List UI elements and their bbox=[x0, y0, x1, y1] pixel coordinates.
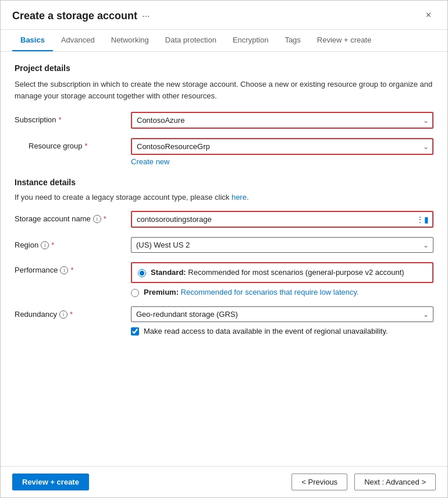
dialog-more-options[interactable]: ··· bbox=[142, 11, 150, 22]
performance-control: Standard: Recommended for most scenarios… bbox=[131, 262, 433, 297]
redundancy-label: Redundancy i * bbox=[15, 306, 131, 319]
review-create-button[interactable]: Review + create bbox=[12, 474, 89, 490]
performance-standard-option: Standard: Recommended for most scenarios… bbox=[138, 268, 426, 277]
dialog-content: Project details Select the subscription … bbox=[1, 52, 447, 466]
region-row: Region i * (US) West US 2 ⌄ bbox=[15, 237, 433, 253]
redundancy-dropdown[interactable]: Geo-redundant storage (GRS) bbox=[131, 306, 433, 322]
region-info-icon[interactable]: i bbox=[41, 241, 49, 249]
region-dropdown-wrapper: (US) West US 2 ⌄ bbox=[131, 237, 433, 253]
performance-standard-radio[interactable] bbox=[138, 269, 146, 277]
storage-name-info-icon[interactable]: i bbox=[93, 215, 101, 223]
storage-name-validate-icon[interactable]: ⋮▮ bbox=[416, 215, 429, 224]
region-label: Region i * bbox=[15, 237, 131, 249]
performance-label: Performance i * bbox=[15, 262, 131, 274]
region-control: (US) West US 2 ⌄ bbox=[131, 237, 433, 253]
tab-basics[interactable]: Basics bbox=[12, 30, 53, 51]
redundancy-checkbox[interactable] bbox=[131, 327, 139, 335]
create-new-link[interactable]: Create new bbox=[131, 157, 169, 166]
resource-group-row: Resource group * ContosoResourceGrp ⌄ Cr… bbox=[15, 138, 433, 166]
subscription-control: ContosoAzure ⌄ bbox=[131, 112, 433, 129]
dialog-footer: Review + create < Previous Next : Advanc… bbox=[1, 466, 447, 497]
redundancy-checkbox-row: Make read access to data available in th… bbox=[131, 327, 433, 335]
tab-data-protection[interactable]: Data protection bbox=[157, 30, 225, 51]
storage-account-name-row: Storage account name i * ⋮▮ bbox=[15, 211, 433, 228]
tab-networking[interactable]: Networking bbox=[103, 30, 157, 51]
dialog-header: Create a storage account ··· × bbox=[1, 1, 447, 30]
resource-group-control: ContosoResourceGrp ⌄ Create new bbox=[131, 138, 433, 166]
project-details-title: Project details bbox=[15, 63, 433, 73]
create-storage-dialog: Create a storage account ··· × Basics Ad… bbox=[0, 0, 448, 498]
subscription-dropdown[interactable]: ContosoAzure bbox=[131, 112, 433, 129]
next-button[interactable]: Next : Advanced > bbox=[354, 474, 436, 490]
performance-standard-label: Standard: Recommended for most scenarios… bbox=[151, 268, 404, 277]
storage-account-name-control: ⋮▮ bbox=[131, 211, 433, 228]
tab-review-create[interactable]: Review + create bbox=[309, 30, 380, 51]
redundancy-checkbox-label: Make read access to data available in th… bbox=[144, 327, 388, 335]
performance-row: Performance i * Standard: Recommended fo… bbox=[15, 262, 433, 297]
performance-premium-radio[interactable] bbox=[131, 289, 139, 297]
redundancy-info-icon[interactable]: i bbox=[59, 310, 67, 319]
legacy-text: If you need to create a legacy storage a… bbox=[15, 193, 433, 202]
tab-advanced[interactable]: Advanced bbox=[53, 30, 103, 51]
storage-account-name-label: Storage account name i * bbox=[15, 211, 131, 223]
performance-info-icon[interactable]: i bbox=[60, 266, 68, 274]
storage-name-input-wrapper: ⋮▮ bbox=[131, 211, 433, 228]
redundancy-control: Geo-redundant storage (GRS) ⌄ Make read … bbox=[131, 306, 433, 335]
legacy-link[interactable]: here bbox=[232, 193, 247, 202]
region-dropdown[interactable]: (US) West US 2 bbox=[131, 237, 433, 253]
resource-group-dropdown-wrapper: ContosoResourceGrp ⌄ bbox=[131, 138, 433, 155]
subscription-label: Subscription * bbox=[15, 112, 131, 124]
tab-tags[interactable]: Tags bbox=[276, 30, 308, 51]
resource-group-label: Resource group * bbox=[15, 138, 131, 150]
subscription-dropdown-wrapper: ContosoAzure ⌄ bbox=[131, 112, 433, 129]
performance-premium-label: Premium: Recommended for scenarios that … bbox=[144, 288, 359, 296]
resource-group-dropdown[interactable]: ContosoResourceGrp bbox=[131, 138, 433, 155]
previous-button[interactable]: < Previous bbox=[291, 474, 347, 490]
tab-encryption[interactable]: Encryption bbox=[225, 30, 276, 51]
close-button[interactable]: × bbox=[421, 8, 436, 23]
redundancy-dropdown-wrapper: Geo-redundant storage (GRS) ⌄ bbox=[131, 306, 433, 322]
performance-standard-highlighted: Standard: Recommended for most scenarios… bbox=[131, 262, 433, 283]
dialog-title-row: Create a storage account ··· bbox=[12, 10, 150, 29]
performance-premium-option: Premium: Recommended for scenarios that … bbox=[131, 288, 433, 297]
instance-details-title: Instance details bbox=[15, 178, 433, 187]
dialog-title: Create a storage account bbox=[12, 10, 137, 22]
storage-account-name-input[interactable] bbox=[131, 211, 433, 228]
subscription-row: Subscription * ContosoAzure ⌄ bbox=[15, 112, 433, 129]
redundancy-row: Redundancy i * Geo-redundant storage (GR… bbox=[15, 306, 433, 335]
project-details-description: Select the subscription in which to crea… bbox=[15, 79, 433, 101]
performance-radio-group: Standard: Recommended for most scenarios… bbox=[131, 262, 433, 297]
tab-bar: Basics Advanced Networking Data protecti… bbox=[1, 30, 447, 52]
